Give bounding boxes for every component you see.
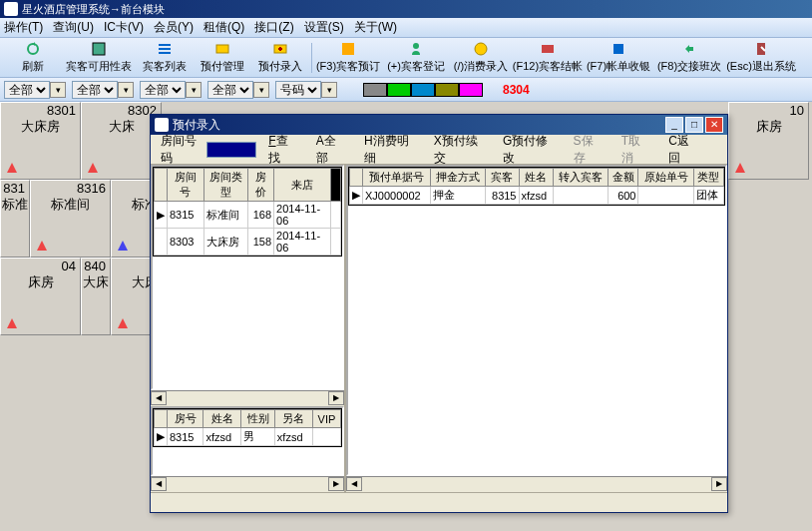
scrollbar-h[interactable]: ◀▶	[151, 390, 344, 406]
filter-expand1[interactable]: ▾	[50, 82, 66, 98]
room-cell[interactable]: 10床房	[728, 102, 809, 180]
all-button[interactable]: A全部	[316, 133, 344, 167]
menu-bar: 操作(T) 查询(U) IC卡(V) 会员(Y) 租借(Q) 接口(Z) 设置(…	[0, 18, 812, 38]
f8-button[interactable]: (F8)交接班次	[654, 40, 724, 76]
svg-rect-7	[342, 43, 354, 55]
svg-point-9	[475, 43, 487, 55]
svg-rect-3	[159, 48, 171, 50]
pay-input-button[interactable]: 预付录入	[252, 40, 308, 76]
continue-button[interactable]: X预付续交	[434, 133, 483, 167]
plus-button[interactable]: (+)宾客登记	[383, 40, 449, 76]
scrollbar-h[interactable]: ◀▶	[151, 476, 344, 492]
guest-table[interactable]: 房号姓名性别另名VIP ▶8315xfzsd男xfzsd	[153, 408, 342, 447]
filter-combo4[interactable]: 全部	[207, 81, 253, 99]
prepay-dialog: 预付录入 _ □ ✕ 房间号码 F查找 A全部 H消费明细 X预付续交 G预付修…	[150, 114, 728, 513]
esc-button[interactable]: (Esc)退出系统	[726, 40, 796, 76]
filter-expand2[interactable]: ▾	[118, 82, 134, 98]
room-avail-button[interactable]: 宾客可用性表	[63, 40, 135, 76]
room-cell[interactable]: 04床房	[0, 258, 81, 335]
menu-ic[interactable]: IC卡(V)	[104, 19, 144, 36]
room-status-icon	[5, 316, 19, 330]
f7-button[interactable]: (F7)帐单收银	[585, 40, 652, 76]
cancel-button[interactable]: T取消	[621, 133, 649, 167]
menu-interface[interactable]: 接口(Z)	[254, 19, 293, 36]
filter-combo1[interactable]: 全部	[4, 81, 50, 99]
filter-expand5[interactable]: ▾	[321, 82, 337, 98]
table-row: ▶8315xfzsd男xfzsd	[155, 428, 341, 446]
svg-rect-1	[93, 43, 105, 55]
close-button[interactable]: ✕	[705, 117, 723, 133]
dialog-toolbar: 房间号码 F查找 A全部 H消费明细 X预付续交 G预付修改 S保存 T取消 C…	[151, 135, 727, 165]
room-status-icon	[116, 316, 130, 330]
pay-manage-button[interactable]: 预付管理	[195, 40, 250, 76]
room-status-icon	[5, 161, 19, 175]
table-row: ▶8315标准间1682014-11-06	[155, 202, 341, 229]
dialog-title-text: 预付录入	[173, 117, 220, 134]
room-status-icon	[86, 161, 100, 175]
prepay-table[interactable]: 预付单据号押金方式宾客姓名转入宾客金额原始单号类型 ▶XJ0000002押金83…	[348, 167, 725, 206]
left-panel: 房间号房间类型房价来店 ▶8315标准间1682014-11-06 8303大床…	[151, 165, 346, 492]
filter-expand3[interactable]: ▾	[186, 82, 202, 98]
filter-combo5[interactable]: 号码	[275, 81, 321, 99]
svg-point-8	[413, 43, 419, 49]
toolbar: 刷新 宾客可用性表 宾客列表 预付管理 预付录入 (F3)宾客预订 (+)宾客登…	[0, 38, 812, 78]
find-button[interactable]: F查找	[268, 133, 296, 167]
refresh-button[interactable]: 刷新	[5, 40, 61, 76]
save-button[interactable]: S保存	[574, 133, 602, 167]
dialog-icon	[155, 118, 169, 132]
svg-rect-11	[613, 44, 623, 54]
room-input[interactable]	[206, 142, 256, 158]
filter-combo3[interactable]: 全部	[140, 81, 186, 99]
window-title: 星火酒店管理系统→前台模块	[22, 2, 165, 17]
f3-button[interactable]: (F3)宾客预订	[315, 40, 381, 76]
status-number: 8304	[503, 83, 530, 97]
menu-settings[interactable]: 设置(S)	[304, 19, 344, 36]
menu-member[interactable]: 会员(Y)	[154, 19, 194, 36]
scrollbar-h[interactable]: ◀▶	[346, 476, 727, 492]
menu-lease[interactable]: 租借(Q)	[203, 19, 244, 36]
window-titlebar: 星火酒店管理系统→前台模块	[0, 0, 812, 18]
table-row: ▶XJ0000002押金8315xfzsd600团体	[350, 187, 724, 205]
filter-bar: 全部▾ 全部▾ 全部▾ 全部▾ 号码▾ 8304	[0, 78, 812, 102]
menu-query[interactable]: 查询(U)	[53, 19, 94, 36]
room-label: 房间号码	[161, 133, 203, 167]
svg-point-0	[28, 44, 38, 54]
right-panel: 预付单据号押金方式宾客姓名转入宾客金额原始单号类型 ▶XJ0000002押金83…	[346, 165, 727, 492]
dialog-statusbar	[151, 492, 727, 512]
slash-button[interactable]: (/)消费录入	[451, 40, 511, 76]
room-status-icon	[35, 239, 49, 253]
menu-operate[interactable]: 操作(T)	[4, 19, 43, 36]
menu-about[interactable]: 关于(W)	[354, 19, 397, 36]
svg-rect-2	[159, 44, 171, 46]
guest-list-button[interactable]: 宾客列表	[137, 40, 193, 76]
back-button[interactable]: C返回	[668, 133, 697, 167]
toolbar-separator	[311, 43, 312, 73]
f12-button[interactable]: (F12)宾客结帐	[513, 40, 583, 76]
filter-combo2[interactable]: 全部	[72, 81, 118, 99]
room-cell[interactable]: 8316标准间	[30, 180, 111, 258]
minimize-button[interactable]: _	[665, 117, 683, 133]
svg-rect-5	[216, 45, 228, 53]
detail-button[interactable]: H消费明细	[364, 133, 414, 167]
room-status-icon	[733, 161, 747, 175]
status-colors	[363, 83, 483, 97]
maximize-button[interactable]: □	[685, 117, 703, 133]
room-cell[interactable]: 840大床	[81, 258, 111, 335]
filter-expand4[interactable]: ▾	[253, 82, 269, 98]
table-row: 8303大床房1582014-11-06	[155, 229, 341, 256]
app-icon	[4, 2, 18, 16]
modify-button[interactable]: G预付修改	[503, 133, 553, 167]
room-cell[interactable]: 8301大床房	[0, 102, 81, 180]
room-status-icon	[116, 239, 130, 253]
svg-rect-4	[159, 52, 171, 54]
svg-rect-10	[542, 45, 554, 53]
room-cell[interactable]: 831标准	[0, 180, 30, 258]
room-table[interactable]: 房间号房间类型房价来店 ▶8315标准间1682014-11-06 8303大床…	[153, 167, 342, 257]
